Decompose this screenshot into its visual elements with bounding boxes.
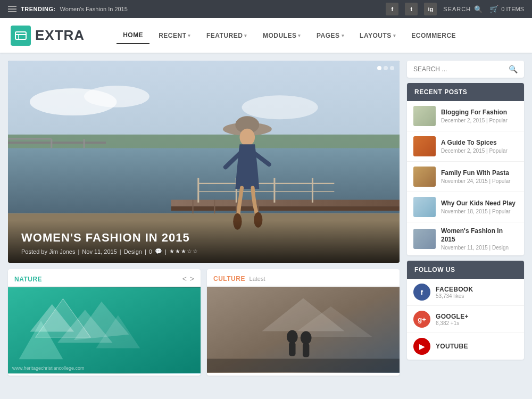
- hero-comments: 0: [149, 248, 152, 255]
- recent-post-2[interactable]: A Guide To Spices December 2, 2015 | Pop…: [407, 131, 524, 162]
- svg-rect-0: [15, 32, 26, 39]
- sidebar-search-icon: 🔍: [509, 65, 518, 73]
- culture-category: CULTURE: [213, 275, 245, 282]
- culture-label: Latest: [250, 276, 265, 282]
- hero-overlay: WOMEN'S FASHION IN 2015 Posted by Jim Jo…: [8, 220, 400, 263]
- post-meta-5: November 11, 2015 | Design: [441, 245, 518, 251]
- nature-next-icon[interactable]: >: [190, 275, 194, 283]
- nav-featured[interactable]: FEATURED ▾: [200, 28, 254, 44]
- hero-posted: Posted by Jim Jones: [21, 248, 76, 255]
- hero-date: Nov 11, 2015: [82, 248, 117, 255]
- content-area: WOMEN'S FASHION IN 2015 Posted by Jim Jo…: [8, 61, 400, 391]
- follow-youtube[interactable]: ▶ YOUTUBE: [407, 333, 524, 360]
- post-meta-1: December 2, 2015 | Popular: [441, 118, 518, 123]
- culture-card: CULTURE Latest: [207, 269, 400, 376]
- nature-category: NATURE: [14, 276, 42, 283]
- nature-prev-icon[interactable]: <: [182, 275, 187, 283]
- nav-recent[interactable]: RECENT ▾: [152, 28, 197, 44]
- post-info-3: Family Fun With Pasta November 24, 2015 …: [441, 169, 518, 185]
- post-thumb-3: [413, 167, 436, 187]
- svg-rect-46: [303, 343, 309, 357]
- follow-header: FOLLOW US: [407, 261, 524, 279]
- hero-meta: Posted by Jim Jones | Nov 11, 2015 | Des…: [21, 248, 386, 255]
- post-thumb-fashion: [413, 106, 436, 126]
- hamburger-menu[interactable]: [8, 6, 16, 12]
- recent-post-1[interactable]: Blogging For Fashion December 2, 2015 | …: [407, 101, 524, 131]
- sidebar: 🔍 RECENT POSTS Blogging For Fashion Dece…: [407, 61, 524, 391]
- facebook-count: 53,734 likes: [436, 293, 473, 299]
- cart-label: 0 ITEMS: [501, 6, 524, 12]
- hero-slider: WOMEN'S FASHION IN 2015 Posted by Jim Jo…: [8, 61, 400, 263]
- culture-card-image: ▶: [207, 287, 400, 373]
- hero-separator1: |: [78, 248, 80, 255]
- culture-card-header: CULTURE Latest: [207, 269, 400, 287]
- top-bar: TRENDING: Women's Fashion In 2015 f t ig…: [0, 0, 532, 18]
- post-thumb-spices: [413, 136, 436, 156]
- post-meta-2: December 2, 2015 | Popular: [441, 148, 518, 154]
- recent-post-5[interactable]: Women's Fashion In 2015 November 11, 201…: [407, 222, 524, 255]
- post-thumb-women: [413, 229, 436, 249]
- nav-modules[interactable]: MODULES ▾: [256, 28, 307, 44]
- instagram-top-icon[interactable]: ig: [424, 3, 437, 15]
- facebook-icon: f: [413, 284, 430, 301]
- culture-image-bg: ▶: [207, 287, 400, 373]
- hero-stars: ★★★☆☆: [169, 248, 198, 255]
- googleplus-name: GOOGLE+: [436, 313, 469, 320]
- hero-separator4: |: [165, 248, 167, 255]
- logo-text: EXTRA: [35, 27, 85, 44]
- search-icon: 🔍: [474, 5, 483, 13]
- youtube-icon: ▶: [413, 338, 430, 355]
- sidebar-search-input[interactable]: [413, 65, 505, 73]
- svg-rect-47: [207, 359, 400, 372]
- svg-rect-9: [171, 200, 400, 206]
- nature-category-label: NATURE: [14, 275, 42, 283]
- logo[interactable]: EXTRA: [11, 26, 85, 46]
- hero-comment-icon: 💬: [155, 248, 162, 255]
- trending-text: Women's Fashion In 2015: [60, 6, 128, 12]
- recent-post-3[interactable]: Family Fun With Pasta November 24, 2015 …: [407, 162, 524, 192]
- svg-point-45: [301, 331, 312, 345]
- recent-posts-section: RECENT POSTS Blogging For Fashion Decemb…: [407, 83, 524, 255]
- post-meta-4: November 18, 2015 | Popular: [441, 209, 518, 214]
- recent-post-4[interactable]: Why Our Kids Need Play November 18, 2015…: [407, 192, 524, 222]
- svg-point-24: [239, 129, 255, 146]
- trending-label: TRENDING:: [21, 6, 56, 12]
- top-search[interactable]: SEARCH 🔍: [443, 5, 483, 13]
- post-info-4: Why Our Kids Need Play November 18, 2015…: [441, 200, 518, 215]
- svg-point-6: [242, 95, 318, 119]
- top-bar-right: f t ig SEARCH 🔍 🛒 0 ITEMS: [386, 3, 524, 15]
- nav-layouts[interactable]: LAYOUTS ▾: [353, 28, 402, 44]
- hero-separator2: |: [120, 248, 121, 255]
- post-title-2: A Guide To Spices: [441, 139, 518, 147]
- nature-card-nav[interactable]: < >: [182, 275, 194, 283]
- follow-googleplus[interactable]: g+ GOOGLE+ 6,382 +1s: [407, 306, 524, 333]
- youtube-name: YOUTUBE: [436, 343, 468, 350]
- facebook-top-icon[interactable]: f: [386, 3, 398, 15]
- post-thumb-5: [413, 229, 436, 249]
- nature-image-bg: www.heritagechristiancollege.com: [8, 287, 201, 373]
- main-nav: HOME RECENT ▾ FEATURED ▾ MODULES ▾ PAGES…: [117, 27, 462, 44]
- youtube-info: YOUTUBE: [436, 343, 468, 350]
- svg-rect-10: [171, 206, 400, 211]
- hero-separator3: |: [145, 248, 146, 255]
- twitter-top-icon[interactable]: t: [405, 3, 418, 15]
- nav-home[interactable]: HOME: [117, 27, 149, 44]
- post-info-2: A Guide To Spices December 2, 2015 | Pop…: [441, 139, 518, 154]
- cart-area[interactable]: 🛒 0 ITEMS: [489, 5, 524, 13]
- nav-ecommerce[interactable]: ECOMMERCE: [405, 28, 462, 44]
- top-bar-left: TRENDING: Women's Fashion In 2015: [8, 6, 128, 12]
- hero-dot-1[interactable]: [377, 66, 381, 70]
- cards-row: NATURE < >: [8, 269, 400, 376]
- post-title-5: Women's Fashion In 2015: [441, 227, 518, 244]
- search-label: SEARCH: [443, 6, 471, 12]
- nav-pages[interactable]: PAGES ▾: [310, 28, 351, 44]
- hero-dot-3[interactable]: [390, 66, 394, 70]
- hero-dots: [377, 66, 394, 70]
- hero-dot-2[interactable]: [384, 66, 388, 70]
- sidebar-search[interactable]: 🔍: [407, 61, 524, 78]
- follow-facebook[interactable]: f FACEBOOK 53,734 likes: [407, 279, 524, 306]
- nature-card: NATURE < >: [8, 269, 201, 376]
- googleplus-icon: g+: [413, 311, 430, 328]
- nature-card-image: www.heritagechristiancollege.com: [8, 287, 201, 373]
- header: EXTRA HOME RECENT ▾ FEATURED ▾ MODULES ▾…: [0, 18, 532, 53]
